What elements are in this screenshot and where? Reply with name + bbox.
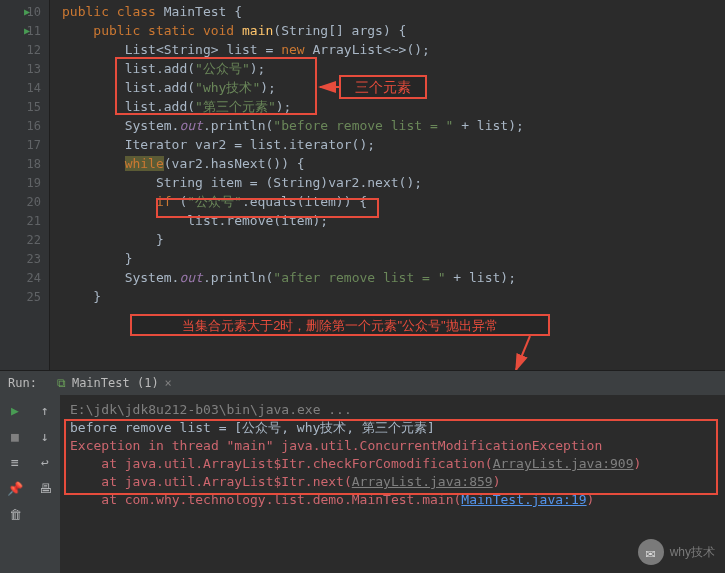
console-output[interactable]: E:\jdk\jdk8u212-b03\bin\java.exe ... bef… <box>60 395 725 573</box>
rerun-icon[interactable]: ▶ <box>6 401 24 419</box>
gutter-18[interactable]: 18 <box>0 154 49 173</box>
gutter-19[interactable]: 19 <box>0 173 49 192</box>
code-content[interactable]: public class MainTest { public static vo… <box>50 0 725 370</box>
print-icon[interactable]: 🖶 <box>36 479 54 497</box>
gutter-14[interactable]: 14 <box>0 78 49 97</box>
gutter-24[interactable]: 24 <box>0 268 49 287</box>
gutter-10[interactable]: ▶10 <box>0 2 49 21</box>
annotation-box-adds <box>115 57 317 115</box>
annotation-label-2: 当集合元素大于2时，删除第一个元素"公众号"抛出异常 <box>130 314 550 336</box>
wrap-icon[interactable]: ↩ <box>36 453 54 471</box>
run-header: Run: ⧉ MainTest (1) × <box>0 371 725 395</box>
run-panel: Run: ⧉ MainTest (1) × ▶ ■ ≡ 📌 🗑 ↑ ↓ ↩ 🖶 … <box>0 370 725 573</box>
run-icon[interactable]: ▶ <box>24 25 30 36</box>
run-tab-icon: ⧉ <box>57 376 66 390</box>
gutter-23[interactable]: 23 <box>0 249 49 268</box>
pin-icon[interactable]: 📌 <box>6 479 24 497</box>
svg-line-1 <box>516 336 530 370</box>
run-icon[interactable]: ▶ <box>24 6 30 17</box>
trash-icon[interactable]: 🗑 <box>6 505 24 523</box>
up-icon[interactable]: ↑ <box>36 401 54 419</box>
line-gutter: ▶10 ▶11 12 13 14 15 16 17 18 19 20 21 22… <box>0 0 50 370</box>
layout-icon[interactable]: ≡ <box>6 453 24 471</box>
stop-icon[interactable]: ■ <box>6 427 24 445</box>
annotation-box-if <box>156 198 379 218</box>
gutter-17[interactable]: 17 <box>0 135 49 154</box>
down-icon[interactable]: ↓ <box>36 427 54 445</box>
run-toolbar-left: ▶ ■ ≡ 📌 🗑 <box>0 395 30 573</box>
close-icon[interactable]: × <box>165 376 172 390</box>
code-editor: ▶10 ▶11 12 13 14 15 16 17 18 19 20 21 22… <box>0 0 725 370</box>
watermark: ✉ why技术 <box>638 539 715 565</box>
annotation-box-exception <box>64 419 718 495</box>
run-tab[interactable]: ⧉ MainTest (1) × <box>49 372 180 394</box>
gutter-21[interactable]: 21 <box>0 211 49 230</box>
console-cmd: E:\jdk\jdk8u212-b03\bin\java.exe ... <box>70 401 715 419</box>
run-body: ▶ ■ ≡ 📌 🗑 ↑ ↓ ↩ 🖶 E:\jdk\jdk8u212-b03\bi… <box>0 395 725 573</box>
wechat-icon: ✉ <box>638 539 664 565</box>
gutter-11[interactable]: ▶11 <box>0 21 49 40</box>
gutter-25[interactable]: 25 <box>0 287 49 306</box>
run-toolbar-left2: ↑ ↓ ↩ 🖶 <box>30 395 60 573</box>
gutter-15[interactable]: 15 <box>0 97 49 116</box>
annotation-label-1: 三个元素 <box>339 75 427 99</box>
gutter-12[interactable]: 12 <box>0 40 49 59</box>
gutter-22[interactable]: 22 <box>0 230 49 249</box>
gutter-13[interactable]: 13 <box>0 59 49 78</box>
run-label: Run: <box>8 376 37 390</box>
gutter-20[interactable]: 20 <box>0 192 49 211</box>
gutter-16[interactable]: 16 <box>0 116 49 135</box>
